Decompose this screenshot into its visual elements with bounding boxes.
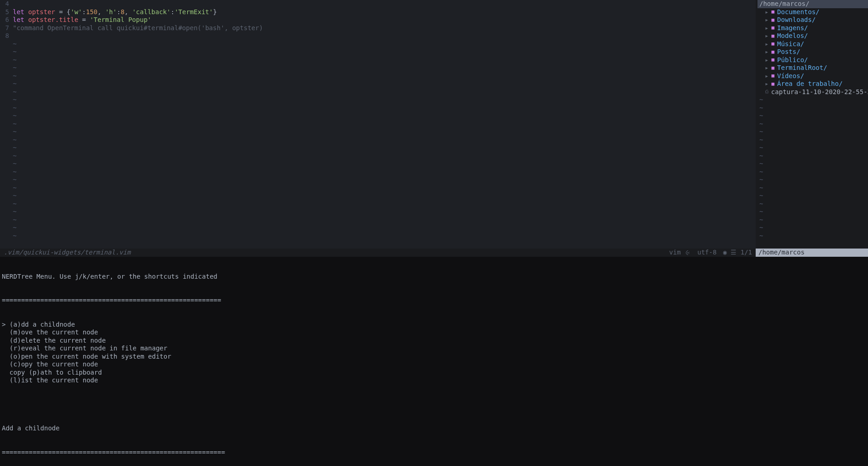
empty-line-tilde: ~ (13, 120, 756, 128)
empty-line-tilde: ~ (13, 176, 756, 184)
folder-icon: ■ (771, 57, 774, 63)
empty-line-tilde: ~ (758, 224, 868, 232)
empty-line-tilde: ~ (13, 128, 756, 136)
empty-line-tilde: ~ (758, 112, 868, 120)
folder-icon: ■ (771, 81, 774, 87)
empty-line-tilde: ~ (13, 56, 756, 64)
chevron-right-icon[interactable]: ▸ (765, 80, 768, 88)
divider: ========================================… (2, 449, 866, 457)
empty-line-tilde: ~ (13, 160, 756, 168)
empty-line-tilde: ~ (758, 176, 868, 184)
empty-line-tilde: ~ (13, 104, 756, 112)
empty-line-tilde: ~ (13, 168, 756, 176)
tree-directory[interactable]: ▸■Documentos/ (758, 8, 868, 16)
tree-directory[interactable]: ▸■Música/ (758, 40, 868, 48)
empty-line-tilde: ~ (758, 96, 868, 104)
empty-line-tilde: ~ (758, 168, 868, 176)
tree-item-label: Público/ (777, 56, 808, 64)
tree-item-label: Imagens/ (777, 24, 808, 32)
code-line[interactable]: let optster = {'w':150, 'h':8, 'callback… (13, 8, 756, 16)
empty-line-tilde: ~ (758, 136, 868, 144)
line-number: 5 (0, 8, 9, 16)
empty-line-tilde: ~ (758, 160, 868, 168)
chevron-right-icon[interactable]: ▸ (765, 56, 768, 64)
main-split: 45678 let optster = {'w':150, 'h':8, 'ca… (0, 0, 868, 249)
empty-line-tilde: ~ (13, 80, 756, 88)
tree-directory[interactable]: ▸■Imagens/ (758, 24, 868, 32)
code-line[interactable] (13, 0, 756, 8)
tree-directory[interactable]: ▸■Modelos/ (758, 32, 868, 40)
code-line[interactable]: "command OpenTerminal call quickui#termi… (13, 24, 756, 32)
tree-item-label: Música/ (777, 40, 804, 48)
editor-pane[interactable]: 45678 let optster = {'w':150, 'h':8, 'ca… (0, 0, 756, 249)
tree-directory[interactable]: ▸■Vídeos/ (758, 72, 868, 80)
menu-item[interactable]: (o)pen the current node with system edit… (2, 353, 866, 361)
chevron-right-icon[interactable]: ▸ (765, 64, 768, 72)
statusline-position: ◉ ☰ 1/1 (723, 249, 752, 257)
menu-item[interactable]: (d)elete the current node (2, 337, 866, 345)
line-number: 6 (0, 16, 9, 24)
empty-line-tilde: ~ (13, 184, 756, 192)
folder-icon: ■ (771, 17, 774, 23)
empty-line-tilde: ~ (758, 144, 868, 152)
nerdtree-pane[interactable]: /home/marcos/ ▸■Documentos/▸■Downloads/▸… (756, 0, 868, 249)
line-number: 7 (0, 24, 9, 32)
folder-icon: ■ (771, 73, 774, 79)
empty-line-tilde: ~ (13, 200, 756, 208)
tree-item-label: Vídeos/ (777, 72, 804, 80)
menu-item[interactable]: copy (p)ath to clipboard (2, 369, 866, 377)
statusline-filetype: vim ⨴ (669, 249, 691, 257)
chevron-right-icon[interactable]: ▸ (765, 24, 768, 32)
empty-line-tilde: ~ (13, 144, 756, 152)
code-editor[interactable]: let optster = {'w':150, 'h':8, 'callback… (13, 0, 756, 249)
chevron-right-icon[interactable]: ▸ (765, 48, 768, 56)
statusline-filepath: .vim/quickui-widgets/terminal.vim (0, 249, 669, 257)
line-number: 8 (0, 32, 9, 40)
empty-line-tilde: ~ (13, 88, 756, 96)
menu-item[interactable]: (r)eveal the current node in file manage… (2, 344, 866, 353)
code-line[interactable] (13, 32, 756, 40)
empty-line-tilde: ~ (13, 224, 756, 232)
tree-directory[interactable]: ▸■Público/ (758, 56, 868, 64)
prompt-title: Add a childnode (2, 424, 866, 433)
menu-item[interactable]: (l)ist the current node (2, 376, 866, 385)
tree-item-label: Posts/ (777, 48, 800, 56)
empty-line-tilde: ~ (13, 96, 756, 104)
tree-file[interactable]: ⎙captura-11-10-2020-22-55-3 (758, 88, 868, 96)
line-number-gutter: 45678 (0, 0, 13, 249)
line-number: 4 (0, 0, 9, 8)
empty-line-tilde: ~ (13, 136, 756, 144)
tree-directory[interactable]: ▸■Área de trabalho/ (758, 80, 868, 88)
empty-line-tilde: ~ (758, 216, 868, 224)
statusline-nerdtree-path: /home/marcos (756, 249, 868, 257)
chevron-right-icon[interactable]: ▸ (765, 8, 768, 16)
tree-item-label: Área de trabalho/ (777, 80, 842, 88)
empty-line-tilde: ~ (13, 232, 756, 240)
empty-line-tilde: ~ (13, 64, 756, 72)
tree-directory[interactable]: ▸■Downloads/ (758, 16, 868, 24)
tree-item-label: TerminalRoot/ (777, 64, 827, 72)
chevron-right-icon[interactable]: ▸ (765, 72, 768, 80)
chevron-right-icon[interactable]: ▸ (765, 16, 768, 24)
tree-item-label: captura-11-10-2020-22-55-3 (771, 88, 868, 96)
tree-directory[interactable]: ▸■TerminalRoot/ (758, 64, 868, 72)
empty-line-tilde: ~ (758, 128, 868, 136)
nerdtree-menu-title: NERDTree Menu. Use j/k/enter, or the sho… (2, 273, 866, 281)
statusline-encoding: utf-8 (697, 249, 716, 257)
empty-line-tilde: ~ (13, 192, 756, 200)
menu-item[interactable]: > (a)dd a childnode (2, 321, 866, 329)
chevron-right-icon[interactable]: ▸ (765, 40, 768, 48)
folder-icon: ■ (771, 9, 774, 15)
menu-item[interactable]: (c)opy the current node (2, 360, 866, 369)
tree-directory[interactable]: ▸■Posts/ (758, 48, 868, 56)
statusline: .vim/quickui-widgets/terminal.vim vim ⨴ … (0, 249, 868, 257)
divider: ========================================… (2, 297, 866, 305)
menu-item[interactable]: (m)ove the current node (2, 328, 866, 337)
folder-icon: ■ (771, 49, 774, 55)
chevron-right-icon[interactable]: ▸ (765, 32, 768, 40)
tree-item-label: Documentos/ (777, 8, 820, 16)
tree-item-label: Modelos/ (777, 32, 808, 40)
code-line[interactable]: let optster.title = 'Terminal Popup' (13, 16, 756, 24)
nerdtree-root-path[interactable]: /home/marcos/ (758, 0, 868, 8)
command-area[interactable]: NERDTree Menu. Use j/k/enter, or the sho… (0, 257, 868, 466)
